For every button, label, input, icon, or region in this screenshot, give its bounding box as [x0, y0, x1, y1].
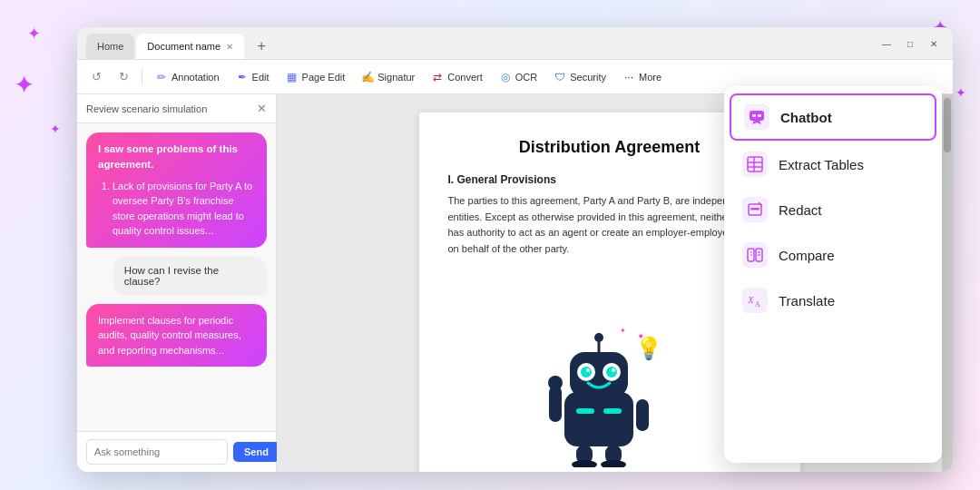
- ai-message-1: I saw some problems of this agreement. L…: [86, 132, 267, 248]
- edit-icon: ✒: [236, 71, 249, 83]
- star-decoration-5: ✦: [956, 86, 966, 99]
- user-message-1: How can I revise the clause?: [113, 257, 267, 295]
- menu-item-extract-tables[interactable]: Extract Tables: [730, 142, 936, 186]
- sidebar-close-button[interactable]: ✕: [257, 102, 267, 115]
- security-tool[interactable]: 🛡 Security: [547, 68, 612, 86]
- sidebar-header: Review scenario simulation ✕: [77, 94, 276, 123]
- scrollbar-thumb[interactable]: [944, 98, 951, 152]
- compare-label: Compare: [779, 248, 835, 263]
- tab-document[interactable]: Document name ✕: [136, 34, 244, 59]
- page-edit-icon: ▦: [286, 71, 299, 83]
- title-bar: Home Document name ✕ + — □ ✕: [77, 27, 953, 60]
- svg-rect-21: [758, 114, 761, 117]
- ai-message-2: Implement clauses for periodic audits, q…: [86, 304, 267, 368]
- star-decoration-1: ✦: [27, 25, 41, 42]
- chat-input-area: Send: [77, 431, 276, 472]
- menu-item-chatbot[interactable]: Chatbot: [730, 93, 936, 141]
- extract-tables-label: Extract Tables: [779, 157, 864, 172]
- ocr-tool[interactable]: ◎ OCR: [493, 68, 544, 86]
- translate-icon: X A: [742, 288, 768, 313]
- star-decoration-2: ✦: [14, 73, 34, 98]
- sidebar-panel: Review scenario simulation ✕ I saw some …: [77, 94, 277, 472]
- convert-tool[interactable]: ⇄ Convert: [425, 68, 489, 86]
- convert-icon: ⇄: [431, 71, 444, 83]
- edit-tool[interactable]: ✒ Edit: [230, 68, 276, 86]
- dropdown-menu: Chatbot Extract Tables Redact: [724, 86, 942, 463]
- svg-text:X: X: [747, 294, 755, 305]
- security-icon: 🛡: [554, 71, 566, 83]
- scrollbar[interactable]: [942, 94, 953, 472]
- close-window-button[interactable]: ✕: [924, 34, 944, 54]
- more-icon: ···: [622, 71, 635, 83]
- redact-icon: [742, 197, 768, 222]
- more-tool[interactable]: ··· More: [616, 68, 668, 86]
- ocr-icon: ◎: [499, 71, 512, 83]
- svg-rect-22: [748, 157, 762, 172]
- extract-tables-icon: [742, 152, 768, 177]
- page-edit-tool[interactable]: ▦ Page Edit: [279, 68, 352, 86]
- svg-rect-20: [752, 114, 756, 117]
- send-button[interactable]: Send: [233, 442, 279, 462]
- chatbot-label: Chatbot: [780, 110, 832, 125]
- tab-close-icon[interactable]: ✕: [226, 42, 233, 52]
- svg-rect-19: [750, 111, 764, 121]
- maximize-button[interactable]: □: [900, 34, 920, 54]
- chat-input[interactable]: [86, 439, 228, 465]
- user-message-container: How can I revise the clause?: [86, 257, 267, 295]
- signature-tool[interactable]: ✍ Signatur: [355, 68, 421, 86]
- translate-label: Translate: [779, 293, 835, 309]
- annotation-icon: ✏: [155, 71, 168, 83]
- document-title: Distribution Agreement: [448, 138, 771, 157]
- sidebar-content: I saw some problems of this agreement. L…: [77, 123, 276, 431]
- svg-rect-27: [750, 208, 760, 211]
- menu-item-compare[interactable]: Compare: [730, 233, 936, 277]
- chatbot-icon: [744, 104, 769, 130]
- sidebar-title: Review scenario simulation: [86, 103, 207, 114]
- menu-item-redact[interactable]: Redact: [730, 188, 936, 231]
- nav-forward-button[interactable]: ↻: [112, 65, 135, 89]
- svg-text:A: A: [755, 300, 760, 309]
- star-decoration-3: ✦: [50, 122, 61, 135]
- annotation-tool[interactable]: ✏ Annotation: [149, 68, 226, 86]
- toolbar-separator: [142, 69, 142, 85]
- tab-home[interactable]: Home: [86, 34, 134, 59]
- document-body: The parties to this agreement, Party A a…: [448, 193, 771, 257]
- minimize-button[interactable]: —: [877, 34, 897, 54]
- compare-icon: [742, 242, 768, 268]
- nav-back-button[interactable]: ↺: [84, 65, 108, 89]
- redact-label: Redact: [779, 202, 822, 218]
- document-section: I. General Provisions: [448, 173, 771, 186]
- tab-add-button[interactable]: +: [250, 34, 273, 58]
- signature-icon: ✍: [361, 71, 374, 83]
- window-controls: — □ ✕: [877, 34, 944, 54]
- menu-item-translate[interactable]: X A Translate: [730, 279, 936, 322]
